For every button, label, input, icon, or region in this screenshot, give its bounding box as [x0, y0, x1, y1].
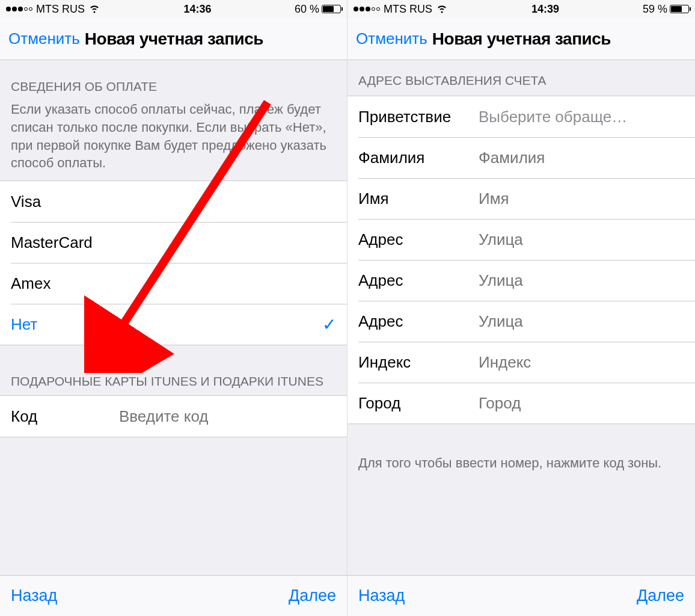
field-label: Фамилия	[358, 149, 479, 167]
code-label: Код	[11, 407, 65, 426]
postcode-input[interactable]	[479, 353, 684, 372]
payment-options-list: Visa MasterCard Amex Нет ✓	[0, 180, 347, 345]
payment-section-desc: Если указать способ оплаты сейчас, плате…	[0, 100, 347, 180]
back-button[interactable]: Назад	[11, 587, 57, 605]
firstname-input[interactable]	[479, 189, 684, 208]
status-right: 60 %	[295, 3, 341, 16]
payment-option-mastercard[interactable]: MasterCard	[0, 222, 347, 263]
field-address-3[interactable]: Адрес	[348, 301, 695, 342]
payment-option-none[interactable]: Нет ✓	[0, 304, 347, 345]
next-button[interactable]: Далее	[289, 587, 336, 605]
field-lastname[interactable]: Фамилия	[348, 137, 695, 178]
billing-section-header: АДРЕС ВЫСТАВЛЕНИЯ СЧЕТА	[348, 60, 695, 96]
billing-fields-list: Приветствие Выберите обраще… Фамилия Имя…	[348, 96, 695, 424]
bottom-toolbar: Назад Далее	[0, 575, 347, 616]
billing-footer-note: Для того чтобы ввести номер, нажмите код…	[348, 424, 695, 478]
field-label: Приветствие	[358, 108, 479, 126]
field-label: Имя	[358, 189, 479, 208]
nav-bar: Отменить Новая учетная запись	[348, 18, 695, 60]
lastname-input[interactable]	[479, 149, 684, 167]
field-firstname[interactable]: Имя	[348, 178, 695, 219]
bottom-toolbar: Назад Далее	[348, 575, 695, 616]
phone-left: MTS RUS 14:36 60 % Отменить Новая учетна…	[0, 0, 348, 616]
address-input[interactable]	[479, 230, 684, 249]
battery-icon	[670, 5, 689, 13]
carrier-label: MTS RUS	[36, 3, 85, 16]
status-bar: MTS RUS 14:39 59 %	[348, 0, 695, 18]
battery-icon	[322, 5, 341, 13]
content-area: СВЕДЕНИЯ ОБ ОПЛАТЕ Если указать способ о…	[0, 60, 347, 575]
field-postcode[interactable]: Индекс	[348, 342, 695, 383]
signal-dots-icon	[6, 7, 32, 11]
field-label: Индекс	[358, 353, 479, 372]
cancel-button[interactable]: Отменить	[356, 29, 427, 48]
city-input[interactable]	[479, 394, 684, 413]
back-button[interactable]: Назад	[358, 587, 405, 605]
field-label: Адрес	[358, 230, 479, 249]
field-address-2[interactable]: Адрес	[348, 260, 695, 301]
field-label: Город	[358, 394, 479, 413]
signal-dots-icon	[354, 7, 380, 11]
gift-section-header: ПОДАРОЧНЫЕ КАРТЫ ITUNES И ПОДАРКИ ITUNES	[0, 345, 347, 395]
battery-percent: 60 %	[295, 3, 319, 16]
payment-option-visa[interactable]: Visa	[0, 181, 347, 222]
cancel-button[interactable]: Отменить	[8, 29, 80, 48]
field-label: Адрес	[358, 312, 479, 331]
phone-right: MTS RUS 14:39 59 % Отменить Новая учетна…	[348, 0, 695, 616]
status-left: MTS RUS	[354, 2, 448, 17]
nav-bar: Отменить Новая учетная запись	[0, 18, 347, 60]
field-label: Адрес	[358, 271, 479, 290]
gift-code-row[interactable]: Код	[0, 396, 347, 437]
field-city[interactable]: Город	[348, 383, 695, 424]
page-title: Новая учетная запись	[85, 29, 263, 49]
option-label: Visa	[11, 192, 113, 211]
status-left: MTS RUS	[6, 2, 100, 17]
carrier-label: MTS RUS	[384, 3, 432, 16]
status-bar: MTS RUS 14:36 60 %	[0, 0, 347, 18]
battery-percent: 59 %	[643, 3, 667, 16]
field-value: Выберите обраще…	[479, 108, 684, 126]
address-input[interactable]	[479, 312, 684, 331]
checkmark-icon: ✓	[322, 315, 336, 334]
address-input[interactable]	[479, 271, 684, 290]
option-label: Нет	[11, 315, 113, 334]
payment-option-amex[interactable]: Amex	[0, 263, 347, 304]
status-time: 14:39	[448, 3, 643, 16]
option-label: MasterCard	[11, 233, 113, 252]
wifi-icon	[436, 2, 448, 17]
field-address-1[interactable]: Адрес	[348, 219, 695, 260]
next-button[interactable]: Далее	[637, 587, 684, 605]
field-salutation[interactable]: Приветствие Выберите обраще…	[348, 96, 695, 137]
payment-section-header: СВЕДЕНИЯ ОБ ОПЛАТЕ	[0, 60, 347, 100]
code-input[interactable]	[65, 407, 336, 426]
content-area: АДРЕС ВЫСТАВЛЕНИЯ СЧЕТА Приветствие Выбе…	[348, 60, 695, 575]
wifi-icon	[88, 2, 100, 17]
gift-code-list: Код	[0, 395, 347, 437]
status-time: 14:36	[100, 3, 295, 16]
page-title: Новая учетная запись	[432, 29, 611, 49]
option-label: Amex	[11, 274, 113, 293]
status-right: 59 %	[643, 3, 689, 16]
